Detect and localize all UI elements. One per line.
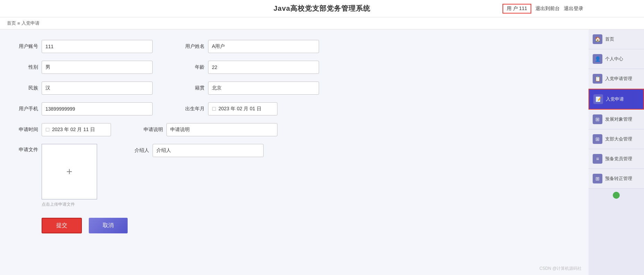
form-row-3: 民族 籍贯 bbox=[14, 81, 575, 95]
form-row-6: 申请文件 + 点击上传申请文件 介绍人 bbox=[14, 144, 575, 207]
app-title: Java高校党支部党务管理系统 bbox=[274, 4, 371, 13]
introducer-input[interactable] bbox=[153, 144, 264, 157]
form-group-introducer: 介绍人 bbox=[125, 144, 264, 157]
sidebar-item-dev-mgmt[interactable]: ⊞ 发展对象管理 bbox=[589, 110, 644, 129]
sidebar-item-branch-meeting[interactable]: ⊞ 支部大会管理 bbox=[589, 129, 644, 149]
sidebar-item-apply[interactable]: 📝 入党申请 bbox=[589, 89, 644, 110]
user-badge: 用 户 111 bbox=[503, 4, 531, 14]
sidebar-label-apply-mgmt: 入党申请管理 bbox=[605, 76, 632, 82]
apply-icon: 📝 bbox=[593, 94, 603, 104]
apply-desc-input[interactable] bbox=[166, 123, 277, 136]
main-layout: 用户账号 用户姓名 性别 年龄 bbox=[0, 29, 644, 275]
home-icon: 🏠 bbox=[593, 34, 602, 44]
hometown-input[interactable] bbox=[208, 81, 319, 95]
form-pair-5: 申请时间 ☐ 2023 年 02 月 11 日 申请说明 bbox=[14, 123, 575, 136]
form-group-account: 用户账号 bbox=[14, 40, 153, 53]
apply-time-picker[interactable]: ☐ 2023 年 02 月 11 日 bbox=[42, 123, 111, 136]
hometown-label: 籍贯 bbox=[180, 85, 205, 91]
birthdate-picker[interactable]: ☐ 2023 年 02 月 01 日 bbox=[208, 102, 277, 115]
sidebar-label-home: 首页 bbox=[605, 36, 614, 42]
form-pair-1: 用户账号 用户姓名 bbox=[14, 40, 575, 53]
age-label: 年龄 bbox=[180, 64, 205, 70]
breadcrumb: 首页 ≡ 入党申请 bbox=[0, 17, 644, 29]
form-group-username: 用户姓名 bbox=[180, 40, 319, 53]
account-input[interactable] bbox=[42, 40, 153, 53]
content-area: 用户账号 用户姓名 性别 年龄 bbox=[0, 29, 589, 275]
form-group-phone: 用户手机 bbox=[14, 102, 153, 115]
sidebar-label-personal: 个人中心 bbox=[605, 56, 623, 62]
sidebar: 🏠 首页 👤 个人中心 📋 入党申请管理 📝 入党申请 ⊞ 发展对象管理 ⊞ 支… bbox=[589, 29, 644, 275]
form-group-ethnicity: 民族 bbox=[14, 81, 153, 95]
form-row-1: 用户账号 用户姓名 bbox=[14, 40, 575, 53]
status-indicator bbox=[613, 192, 620, 199]
ethnicity-label: 民族 bbox=[14, 85, 38, 91]
form-pair-6: 申请文件 + 点击上传申请文件 介绍人 bbox=[14, 144, 575, 207]
form-row-2: 性别 年龄 bbox=[14, 61, 575, 74]
return-link[interactable]: 退出到前台 bbox=[535, 6, 560, 12]
apply-time-label: 申请时间 bbox=[14, 127, 38, 133]
form-group-hometown: 籍贯 bbox=[180, 81, 319, 95]
ethnicity-input[interactable] bbox=[42, 81, 153, 95]
logout-link[interactable]: 退出登录 bbox=[564, 6, 583, 12]
form-row-5: 申请时间 ☐ 2023 年 02 月 11 日 申请说明 bbox=[14, 123, 575, 136]
sidebar-label-branch-meeting: 支部大会管理 bbox=[605, 136, 632, 142]
form-group-birthdate: 出生年月 ☐ 2023 年 02 月 01 日 bbox=[180, 102, 277, 115]
calendar-icon: ☐ bbox=[212, 106, 216, 112]
calendar-icon-2: ☐ bbox=[45, 127, 50, 132]
form-group-age: 年龄 bbox=[180, 61, 319, 74]
dev-mgmt-icon: ⊞ bbox=[593, 114, 602, 124]
apply-desc-label: 申请说明 bbox=[139, 127, 163, 133]
account-label: 用户账号 bbox=[14, 43, 38, 50]
gender-input[interactable] bbox=[42, 61, 153, 74]
breadcrumb-current: 入党申请 bbox=[22, 20, 40, 26]
form-group-apply-desc: 申请说明 bbox=[139, 123, 277, 136]
reserve-mgmt-icon: ≡ bbox=[593, 154, 602, 164]
sidebar-label-dev-mgmt: 发展对象管理 bbox=[605, 116, 632, 122]
form-row-4: 用户手机 出生年月 ☐ 2023 年 02 月 01 日 bbox=[14, 102, 575, 115]
button-row: 提交 取消 bbox=[14, 218, 575, 233]
username-label: 用户姓名 bbox=[180, 43, 205, 50]
sidebar-item-apply-mgmt[interactable]: 📋 入党申请管理 bbox=[589, 69, 644, 89]
phone-input[interactable] bbox=[42, 102, 153, 115]
apply-file-label: 申请文件 bbox=[14, 147, 38, 153]
phone-label: 用户手机 bbox=[14, 106, 38, 112]
sidebar-label-apply: 入党申请 bbox=[606, 96, 624, 102]
apply-mgmt-icon: 📋 bbox=[593, 74, 602, 84]
plus-icon: + bbox=[66, 166, 72, 178]
watermark: CSDN @计算机源码社 bbox=[539, 266, 582, 272]
sidebar-item-transfer-mgmt[interactable]: ⊞ 预备转正管理 bbox=[589, 169, 644, 189]
form-group-apply-time: 申请时间 ☐ 2023 年 02 月 11 日 bbox=[14, 123, 111, 136]
form-pair-2: 性别 年龄 bbox=[14, 61, 575, 74]
breadcrumb-sep: ≡ bbox=[17, 21, 20, 26]
sidebar-label-transfer-mgmt: 预备转正管理 bbox=[605, 175, 632, 182]
submit-button[interactable]: 提交 bbox=[42, 218, 82, 233]
cancel-button[interactable]: 取消 bbox=[89, 218, 128, 233]
gender-label: 性别 bbox=[14, 64, 38, 70]
apply-time-value: 2023 年 02 月 11 日 bbox=[52, 127, 95, 133]
header: Java高校党支部党务管理系统 用 户 111 退出到前台 退出登录 bbox=[0, 0, 644, 17]
birthdate-label: 出生年月 bbox=[180, 106, 205, 112]
sidebar-label-reserve-mgmt: 预备党员管理 bbox=[605, 156, 632, 162]
header-actions: 用 户 111 退出到前台 退出登录 bbox=[503, 4, 583, 14]
form-group-gender: 性别 bbox=[14, 61, 153, 74]
file-upload-area[interactable]: + bbox=[42, 144, 97, 199]
branch-meeting-icon: ⊞ bbox=[593, 134, 602, 144]
sidebar-item-reserve-mgmt[interactable]: ≡ 预备党员管理 bbox=[589, 149, 644, 169]
sidebar-item-personal[interactable]: 👤 个人中心 bbox=[589, 49, 644, 69]
age-input[interactable] bbox=[208, 61, 319, 74]
personal-icon: 👤 bbox=[593, 54, 602, 64]
file-section: + 点击上传申请文件 bbox=[42, 144, 97, 207]
file-upload-hint: 点击上传申请文件 bbox=[42, 201, 97, 207]
birthdate-value: 2023 年 02 月 01 日 bbox=[218, 106, 261, 112]
username-input[interactable] bbox=[208, 40, 319, 53]
form-pair-4: 用户手机 出生年月 ☐ 2023 年 02 月 01 日 bbox=[14, 102, 575, 115]
introducer-label: 介绍人 bbox=[125, 147, 149, 154]
breadcrumb-home[interactable]: 首页 bbox=[7, 20, 16, 26]
transfer-mgmt-icon: ⊞ bbox=[593, 174, 602, 183]
form-pair-3: 民族 籍贯 bbox=[14, 81, 575, 95]
sidebar-item-home[interactable]: 🏠 首页 bbox=[589, 29, 644, 49]
form-group-file: 申请文件 + 点击上传申请文件 bbox=[14, 144, 97, 207]
